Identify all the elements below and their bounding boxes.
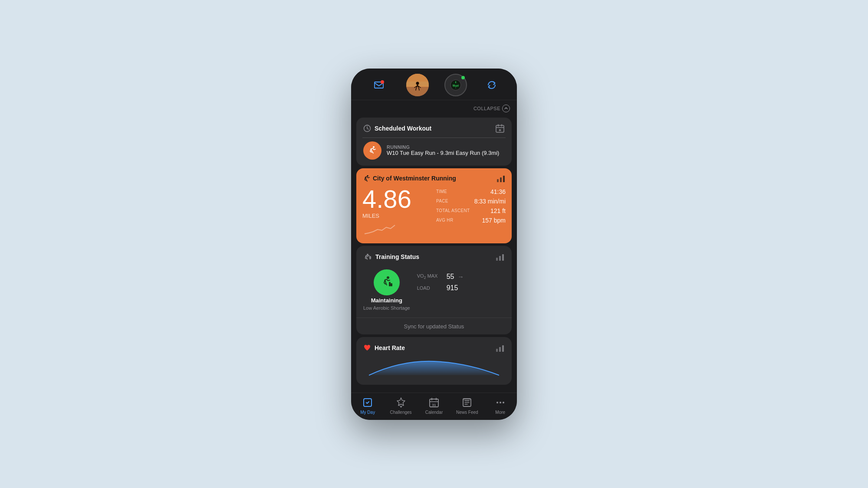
vo2-label: VO2 MAX xyxy=(417,273,443,280)
vo2-load-section: VO2 MAX 55 → LOAD 915 xyxy=(417,269,464,292)
svg-point-34 xyxy=(496,402,498,403)
svg-text:31: 31 xyxy=(432,403,436,407)
svg-rect-4 xyxy=(406,74,429,82)
load-label: LOAD xyxy=(417,285,443,291)
ascent-value: 121 ft xyxy=(490,207,506,214)
svg-rect-15 xyxy=(500,177,502,182)
training-status-card[interactable]: Training Status xyxy=(356,246,512,334)
running-activity-title: City of Westminster Running xyxy=(373,175,456,182)
challenges-icon xyxy=(395,396,407,409)
svg-rect-27 xyxy=(502,345,504,352)
calendar-icon: 31 xyxy=(428,396,440,409)
tab-more[interactable]: More xyxy=(487,396,513,415)
distance-value: 4.86 xyxy=(362,187,436,212)
time-stat-row: TIME 41:36 xyxy=(436,188,506,195)
svg-rect-2 xyxy=(406,86,429,96)
tab-news-feed[interactable]: News Feed xyxy=(454,396,480,415)
running-figure-icon xyxy=(367,145,378,156)
scheduled-workout-card[interactable]: Scheduled Workout RUNNI xyxy=(356,118,512,166)
sync-button[interactable] xyxy=(483,76,500,94)
svg-point-22 xyxy=(387,276,389,279)
workout-detail-row: RUNNING W10 Tue Easy Run - 9.3mi Easy Ru… xyxy=(356,138,512,166)
vo2-value: 55 xyxy=(447,273,454,281)
training-stats-icon[interactable] xyxy=(495,252,505,262)
svg-point-17 xyxy=(367,254,368,255)
calendar-tab-label: Calendar xyxy=(425,410,443,415)
watch-status-dot xyxy=(461,76,465,79)
running-activity-title-row: City of Westminster Running xyxy=(362,174,456,182)
svg-point-35 xyxy=(500,402,501,403)
my-day-icon xyxy=(362,396,374,409)
activity-figure-icon xyxy=(379,275,394,290)
heart-rate-body xyxy=(356,357,512,385)
ascent-stat-row: TOTAL ASCENT 121 ft xyxy=(436,207,506,214)
sync-row[interactable]: Sync for updated Status xyxy=(356,318,512,334)
status-icon-section: Maintaining Low Aerobic Shortage xyxy=(363,269,410,311)
hr-label: AVG HR xyxy=(436,218,453,223)
collapse-label: COLLAPSE xyxy=(473,106,500,111)
user-avatar[interactable] xyxy=(406,74,429,96)
tab-challenges[interactable]: Challenges xyxy=(388,396,414,415)
training-status-title: Training Status xyxy=(375,253,419,260)
more-tab-label: More xyxy=(495,410,505,415)
maintaining-label: Maintaining xyxy=(371,297,402,304)
inbox-icon[interactable] xyxy=(368,74,390,96)
svg-point-0 xyxy=(381,80,384,84)
ascent-label: TOTAL ASCENT xyxy=(436,208,470,213)
challenges-tab-label: Challenges xyxy=(390,410,412,415)
scheduled-workout-header: Scheduled Workout xyxy=(356,118,512,138)
scheduled-workout-title: Scheduled Workout xyxy=(375,125,431,132)
vo2-row: VO2 MAX 55 → xyxy=(417,273,464,281)
svg-rect-25 xyxy=(496,349,498,352)
tab-my-day[interactable]: My Day xyxy=(355,396,381,415)
heart-rate-title: Heart Rate xyxy=(375,344,405,351)
more-icon xyxy=(494,396,506,409)
svg-rect-16 xyxy=(503,176,505,182)
tab-calendar[interactable]: 31 Calendar xyxy=(421,396,447,415)
training-status-header: Training Status xyxy=(356,246,512,266)
scroll-content[interactable]: COLLAPSE Scheduled Workout xyxy=(351,100,517,393)
training-status-icon xyxy=(363,252,372,261)
top-navigation: Run xyxy=(351,69,517,100)
hr-value: 157 bpm xyxy=(482,217,506,224)
distance-stat: 4.86 MILES xyxy=(362,187,436,238)
heart-stats-icon[interactable] xyxy=(495,343,505,353)
collapse-bar: COLLAPSE xyxy=(351,100,517,115)
running-activity-card[interactable]: City of Westminster Running 4.86 MILES xyxy=(356,168,512,243)
running-stats-right: TIME 41:36 PACE 8:33 min/mi TOTAL ASCENT… xyxy=(436,187,506,224)
elevation-chart xyxy=(362,221,436,238)
pace-stat-row: PACE 8:33 min/mi xyxy=(436,198,506,205)
news-feed-tab-label: News Feed xyxy=(456,410,478,415)
svg-rect-20 xyxy=(499,256,501,261)
heart-rate-card[interactable]: Heart Rate xyxy=(356,337,512,385)
running-sport-icon xyxy=(362,174,370,182)
svg-rect-14 xyxy=(497,179,499,182)
svg-point-13 xyxy=(367,175,368,177)
my-day-tab-label: My Day xyxy=(360,410,375,415)
running-activity-body: 4.86 MILES TIME 41:36 PACE xyxy=(356,187,512,243)
svg-text:Run: Run xyxy=(453,84,459,87)
collapse-icon xyxy=(502,105,510,112)
training-status-title-row: Training Status xyxy=(363,252,419,261)
workout-text: RUNNING W10 Tue Easy Run - 9.3mi Easy Ru… xyxy=(387,144,499,156)
scheduled-workout-title-row: Scheduled Workout xyxy=(363,124,431,132)
load-value: 915 xyxy=(447,284,458,292)
time-label: TIME xyxy=(436,189,447,194)
svg-rect-19 xyxy=(496,258,498,261)
bottom-tab-bar: My Day Challenges 31 xyxy=(351,393,517,420)
watch-icon[interactable]: Run xyxy=(444,74,467,96)
collapse-button[interactable]: COLLAPSE xyxy=(473,105,510,112)
svg-rect-21 xyxy=(502,254,504,261)
svg-point-36 xyxy=(503,402,504,403)
heart-rate-chart xyxy=(363,357,505,379)
load-row: LOAD 915 xyxy=(417,284,464,292)
vo2-trend-arrow: → xyxy=(457,273,464,280)
svg-rect-26 xyxy=(499,347,501,352)
workout-description: W10 Tue Easy Run - 9.3mi Easy Run (9.3mi… xyxy=(387,150,499,156)
calendar-add-icon[interactable] xyxy=(495,124,505,133)
stats-icon[interactable] xyxy=(496,174,506,183)
pace-label: PACE xyxy=(436,199,448,203)
phone-frame: Run COLLAPSE xyxy=(351,69,517,420)
svg-rect-23 xyxy=(389,282,391,286)
timer-icon xyxy=(363,124,371,132)
